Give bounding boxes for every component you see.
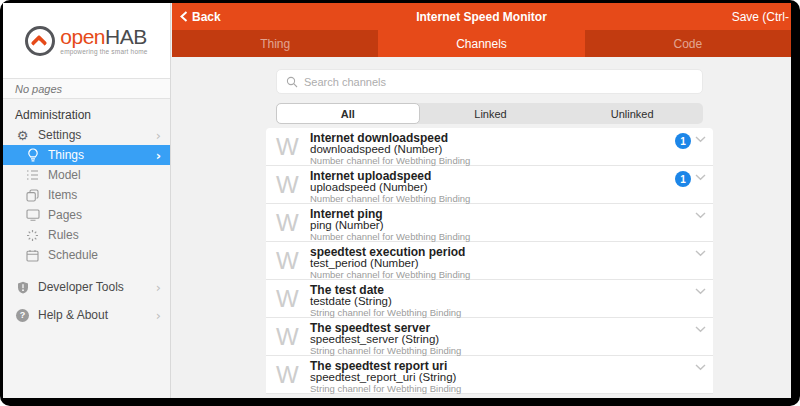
chevron-right-icon: › (156, 281, 161, 294)
gear-icon: ⚙ (14, 129, 31, 142)
brand-tagline: empowering the smart home (60, 49, 147, 56)
sidebar-item-label: Settings (38, 128, 81, 142)
display-icon (24, 209, 41, 221)
sidebar: openHAB empowering the smart home No pag… (3, 3, 171, 398)
sidebar-item-label: Rules (48, 228, 79, 242)
filter-unlinked[interactable]: Unlinked (561, 103, 703, 124)
sidebar-item-model[interactable]: Model (3, 165, 170, 185)
page-title: Internet Speed Monitor (172, 10, 791, 24)
chevron-down-icon[interactable] (695, 136, 706, 143)
spark-icon (24, 229, 41, 242)
sidebar-item-schedule[interactable]: Schedule (3, 245, 170, 265)
chevron-right-icon: › (156, 309, 161, 322)
search-bar (276, 69, 703, 94)
chevron-down-icon[interactable] (695, 288, 706, 295)
sidebar-item-help-about[interactable]: ? Help & About › (3, 305, 170, 325)
binding-avatar: W (276, 285, 298, 313)
app-window-frame: openHAB empowering the smart home No pag… (0, 0, 800, 406)
search-input[interactable] (304, 76, 693, 88)
channel-description: Number channel for Webthing Binding (310, 193, 470, 204)
filter-linked[interactable]: Linked (420, 103, 562, 124)
channel-description: String channel for Webthing Binding (310, 383, 461, 394)
chevron-down-icon[interactable] (695, 364, 706, 371)
sidebar-item-developer-tools[interactable]: Developer Tools › (3, 277, 170, 297)
shield-exclamation-icon (14, 281, 31, 294)
channel-row-speedtest-report-uri[interactable]: W The speedtest report uri speedtest_rep… (266, 356, 713, 394)
administration-section-label: Administration (3, 105, 170, 125)
openhab-logo-icon (25, 26, 55, 56)
brand-name: openHAB (60, 26, 147, 47)
channel-description: String channel for Webthing Binding (310, 307, 461, 318)
binding-avatar: W (276, 247, 298, 275)
channel-id: testdate (String) (310, 295, 392, 307)
linked-items-badge: 1 (675, 171, 691, 187)
filter-all[interactable]: All (276, 103, 420, 124)
chevron-down-icon[interactable] (695, 212, 706, 219)
back-label: Back (192, 10, 221, 24)
back-chevron-icon (180, 11, 188, 22)
sidebar-item-label: Pages (48, 208, 82, 222)
help-question-icon: ? (14, 309, 31, 322)
sidebar-item-settings[interactable]: ⚙ Settings › (3, 125, 170, 145)
channel-description: Number channel for Webthing Binding (310, 231, 470, 242)
chevron-down-icon[interactable] (695, 174, 706, 181)
linked-items-badge: 1 (675, 133, 691, 149)
channel-description: String channel for Webthing Binding (310, 345, 461, 356)
back-button[interactable]: Back (180, 10, 221, 24)
chevron-down-icon[interactable] (695, 326, 706, 333)
channel-list: W Internet downloadspeed downloadspeed (… (266, 128, 713, 394)
sidebar-item-label: Schedule (48, 248, 98, 262)
chevron-down-icon[interactable] (695, 250, 706, 257)
channel-row-uploadspeed[interactable]: W Internet uploadspeed uploadspeed (Numb… (266, 166, 713, 204)
items-copy-icon (24, 189, 41, 202)
channel-description: Number channel for Webthing Binding (310, 155, 470, 166)
save-button[interactable]: Save (Ctrl- (732, 10, 789, 24)
channel-row-speedtest-server[interactable]: W The speedtest server speedtest_server … (266, 318, 713, 356)
sidebar-item-label: Model (48, 168, 81, 182)
link-filter-segmented-control: All Linked Unlinked (276, 103, 703, 124)
tab-code[interactable]: Code (585, 30, 791, 57)
sidebar-item-label: Developer Tools (38, 280, 124, 294)
chevron-right-icon: › (156, 129, 161, 142)
binding-avatar: W (276, 171, 298, 199)
channel-row-testdate[interactable]: W The test date testdate (String) String… (266, 280, 713, 318)
channel-id: ping (Number) (310, 219, 384, 231)
channel-row-test-period[interactable]: W speedtest execution period test_period… (266, 242, 713, 280)
sidebar-item-items[interactable]: Items (3, 185, 170, 205)
tab-bar: Thing Channels Code (172, 30, 791, 57)
channel-id: speedtest_report_uri (String) (310, 371, 456, 383)
calendar-icon (24, 249, 41, 262)
main-area: Back Internet Speed Monitor Save (Ctrl- … (172, 3, 791, 398)
channel-id: test_period (Number) (310, 257, 419, 269)
logo-area: openHAB empowering the smart home (3, 3, 170, 78)
sidebar-item-pages[interactable]: Pages (3, 205, 170, 225)
chevron-right-icon: › (156, 149, 161, 162)
lightbulb-icon (24, 148, 41, 162)
binding-avatar: W (276, 133, 298, 161)
navbar: Back Internet Speed Monitor Save (Ctrl- (172, 3, 791, 30)
model-tree-icon (24, 169, 41, 181)
app-window: openHAB empowering the smart home No pag… (3, 3, 791, 398)
binding-avatar: W (276, 361, 298, 389)
channel-id: downloadspeed (Number) (310, 143, 442, 155)
binding-avatar: W (276, 323, 298, 351)
channel-description: Number channel for Webthing Binding (310, 269, 470, 280)
channel-id: uploadspeed (Number) (310, 181, 428, 193)
channel-row-downloadspeed[interactable]: W Internet downloadspeed downloadspeed (… (266, 128, 713, 166)
binding-avatar: W (276, 209, 298, 237)
channel-id: speedtest_server (String) (310, 333, 439, 345)
sidebar-item-things[interactable]: Things › (3, 145, 170, 165)
sidebar-item-rules[interactable]: Rules (3, 225, 170, 245)
sidebar-item-label: Help & About (38, 308, 108, 322)
sidebar-menu: Administration ⚙ Settings › Things › (3, 99, 170, 325)
search-icon (286, 76, 298, 88)
channel-row-ping[interactable]: W Internet ping ping (Number) Number cha… (266, 204, 713, 242)
sidebar-item-label: Items (48, 188, 77, 202)
channels-content: All Linked Unlinked W Internet downloads… (172, 57, 791, 398)
sidebar-item-label: Things (48, 148, 84, 162)
tab-channels[interactable]: Channels (378, 30, 584, 57)
tab-thing[interactable]: Thing (172, 30, 378, 57)
no-pages-label: No pages (3, 78, 170, 99)
openhab-logo: openHAB empowering the smart home (25, 26, 147, 56)
